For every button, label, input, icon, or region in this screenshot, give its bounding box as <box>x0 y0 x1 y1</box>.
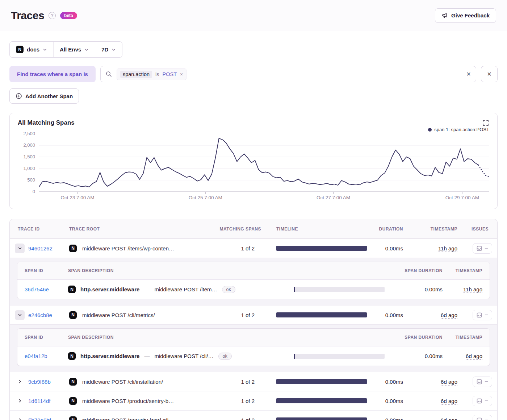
filter-token-key[interactable]: span.action <box>120 71 152 78</box>
expand-row-button[interactable] <box>15 415 25 420</box>
legend-item[interactable]: span 1: span.action:POST <box>428 127 489 132</box>
trace-id-link[interactable]: 9cb9f88b <box>28 379 51 385</box>
nextjs-platform-icon: N <box>68 286 76 293</box>
col-span-description: SPAN DESCRIPTION <box>68 268 294 273</box>
nextjs-project-icon: N <box>16 46 24 53</box>
table-row[interactable]: e246cb8e N middleware POST /cli/metrics/… <box>10 305 497 325</box>
span-timeline-bar[interactable] <box>294 354 385 359</box>
span-description: middleware POST /cli/… <box>154 353 213 359</box>
x-axis-label: Oct 25 7:00 AM <box>189 195 222 200</box>
trace-timestamp[interactable]: 11h ago <box>438 245 457 251</box>
table-row[interactable]: 1d6114df N middleware POST /product/sent… <box>10 391 497 411</box>
col-span-timestamp: TIMESTAMP <box>443 268 482 273</box>
megaphone-icon <box>441 12 448 19</box>
y-axis-label: 0 <box>33 189 35 194</box>
trace-root-label: middleware POST /security-legal-pii… <box>82 417 174 420</box>
give-feedback-button[interactable]: Give Feedback <box>435 8 496 23</box>
give-feedback-label: Give Feedback <box>451 12 490 18</box>
trace-duration: 0.00ms <box>370 379 410 385</box>
col-trace-id: TRACE ID <box>10 226 64 232</box>
timeline-bar[interactable] <box>276 398 367 403</box>
beta-badge: beta <box>60 12 77 19</box>
page-filter-bar: N docs All Envs 7D <box>9 41 122 58</box>
trace-id-link[interactable]: 94601262 <box>28 245 53 251</box>
fullscreen-icon[interactable] <box>482 119 489 128</box>
span-timestamp[interactable]: 11h ago <box>463 286 482 292</box>
issue-tray-icon <box>477 246 482 251</box>
trace-timestamp[interactable]: 6d ago <box>441 379 457 385</box>
span-row[interactable]: 36d7546e N http.server.middleware — midd… <box>17 280 490 299</box>
dash-icon <box>485 399 488 403</box>
trace-id-link[interactable]: 1d6114df <box>28 398 50 404</box>
table-row[interactable]: 5b72a6bf N middleware POST /security-leg… <box>10 411 497 420</box>
span-id-link[interactable]: 36d7546e <box>25 286 49 292</box>
trace-timestamp[interactable]: 6d ago <box>441 312 457 318</box>
trace-duration: 0.00ms <box>370 312 410 318</box>
chart-plot <box>39 134 489 194</box>
issue-tray-icon <box>477 417 482 420</box>
chevron-down-icon <box>43 47 47 52</box>
chevron-down-icon <box>84 47 89 52</box>
separator: — <box>144 286 150 292</box>
timeline-bar[interactable] <box>276 246 367 251</box>
timeline-bar[interactable] <box>276 417 367 420</box>
span-duration: 0.00ms <box>388 353 443 359</box>
filter-token-value[interactable]: POST <box>163 71 177 77</box>
trace-timestamp[interactable]: 6d ago <box>441 398 457 404</box>
col-duration: DURATION <box>370 226 410 232</box>
remove-token-icon[interactable]: × <box>180 72 183 77</box>
span-search-input[interactable]: span.action is POST × × <box>100 66 476 82</box>
environment-selector[interactable]: All Envs <box>54 42 95 57</box>
span-timestamp[interactable]: 6d ago <box>466 353 482 359</box>
issues-button[interactable] <box>473 310 492 320</box>
expand-row-button[interactable] <box>15 377 25 387</box>
chart-y-axis: 2,5002,0001,5001,0005000 <box>18 134 39 194</box>
table-row[interactable]: 9cb9f88b N middleware POST /cli/installa… <box>10 372 497 391</box>
col-span-id: SPAN ID <box>25 335 68 340</box>
dash-icon <box>485 380 488 383</box>
trace-id-link[interactable]: 5b72a6bf <box>28 417 51 420</box>
matching-spans-count: 1 of 2 <box>208 312 265 318</box>
remove-span-filter-button[interactable]: × <box>481 66 498 82</box>
timeline-bar[interactable] <box>276 379 367 384</box>
span-id-link[interactable]: e04fa12b <box>25 353 47 359</box>
col-span-description: SPAN DESCRIPTION <box>68 335 294 340</box>
matching-spans-count: 1 of 2 <box>208 417 265 420</box>
issues-button[interactable] <box>473 243 492 254</box>
issue-tray-icon <box>477 379 482 384</box>
span-status-badge: ok <box>222 286 235 293</box>
filter-token-operator[interactable]: is <box>155 71 159 77</box>
col-matching-spans: MATCHING SPANS <box>208 226 265 232</box>
dash-icon <box>485 313 488 317</box>
chevron-down-icon <box>112 47 116 52</box>
collapse-row-button[interactable] <box>15 310 25 320</box>
filter-token[interactable]: span.action is POST × <box>117 68 187 80</box>
add-another-span-button[interactable]: Add Another Span <box>9 88 79 104</box>
span-timeline-bar[interactable] <box>294 287 385 292</box>
x-axis-label: Oct 23 7:00 AM <box>60 195 94 200</box>
timeline-bar[interactable] <box>276 312 367 317</box>
table-row[interactable]: 94601262 N middleware POST /items/wp-con… <box>10 239 497 258</box>
collapse-row-button[interactable] <box>15 244 25 253</box>
spans-line-chart: 2,5002,0001,5001,0005000 Oct 23 7:00 AMO… <box>18 134 489 204</box>
span-row[interactable]: e04fa12b N http.server.middleware — midd… <box>17 346 490 366</box>
x-axis-label: Oct 29 7:00 AM <box>445 195 479 200</box>
date-range-selector[interactable]: 7D <box>95 42 122 57</box>
issues-button[interactable] <box>473 377 492 387</box>
trace-timestamp[interactable]: 6d ago <box>441 417 457 420</box>
expand-row-button[interactable] <box>15 396 25 406</box>
span-operation: http.server.middleware <box>80 286 139 292</box>
nextjs-platform-icon: N <box>69 378 77 386</box>
issues-button[interactable] <box>473 396 492 406</box>
y-axis-label: 1,000 <box>23 166 35 171</box>
issues-button[interactable] <box>473 415 492 420</box>
trace-id-link[interactable]: e246cb8e <box>28 312 52 318</box>
col-trace-root: TRACE ROOT <box>64 226 208 232</box>
nextjs-platform-icon: N <box>69 416 77 420</box>
trace-duration: 0.00ms <box>370 417 410 420</box>
matching-spans-chart-panel: All Matching Spans span 1: span.action:P… <box>9 113 498 209</box>
clear-search-button[interactable]: × <box>466 70 471 78</box>
span-description: middleware POST /item… <box>154 286 217 292</box>
project-selector[interactable]: N docs <box>10 42 54 57</box>
help-icon[interactable]: ? <box>49 12 56 19</box>
